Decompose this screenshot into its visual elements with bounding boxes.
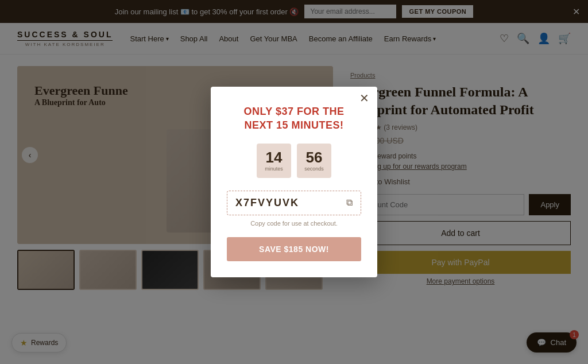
copy-icon[interactable]: ⧉ bbox=[346, 198, 353, 208]
modal-overlay[interactable]: ✕ ONLY $37 FOR THE NEXT 15 MINUTES! 14 M… bbox=[0, 0, 588, 364]
coupon-code-box: X7FVYUVK ⧉ bbox=[227, 191, 361, 215]
countdown-timer: 14 Minutes 56 Seconds bbox=[227, 144, 361, 178]
seconds-label: Seconds bbox=[304, 166, 324, 172]
save-now-button[interactable]: SAVE $185 NOW! bbox=[227, 237, 361, 261]
minutes-label: Minutes bbox=[265, 166, 283, 172]
copy-hint: Copy code for use at checkout. bbox=[227, 220, 361, 227]
minutes-box: 14 Minutes bbox=[257, 144, 291, 178]
seconds-box: 56 Seconds bbox=[297, 144, 331, 178]
headline-line1: ONLY $37 FOR THE bbox=[243, 106, 344, 117]
promo-modal: ✕ ONLY $37 FOR THE NEXT 15 MINUTES! 14 M… bbox=[211, 87, 377, 277]
coupon-code-text: X7FVYUVK bbox=[235, 197, 299, 209]
modal-close-button[interactable]: ✕ bbox=[359, 92, 369, 104]
minutes-value: 14 bbox=[266, 150, 283, 165]
headline-line2: NEXT 15 MINUTES! bbox=[244, 119, 343, 131]
seconds-value: 56 bbox=[306, 150, 323, 165]
modal-headline: ONLY $37 FOR THE NEXT 15 MINUTES! bbox=[227, 105, 361, 132]
